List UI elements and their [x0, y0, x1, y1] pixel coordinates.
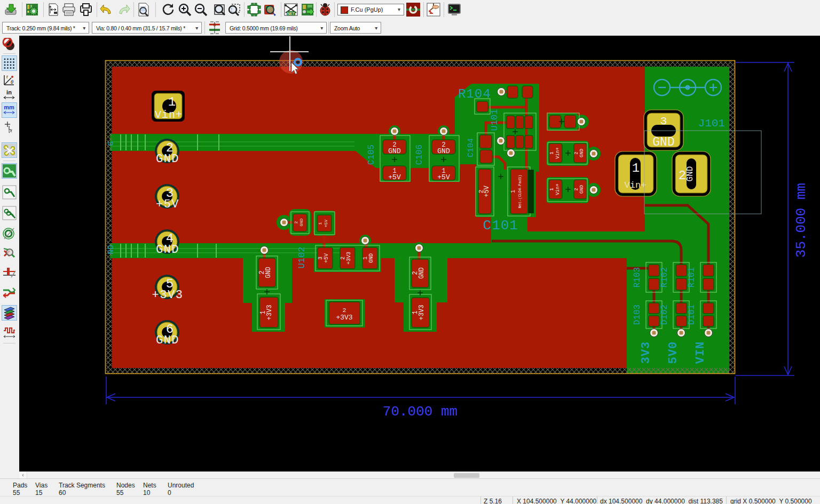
- svg-text:θ: θ: [11, 79, 13, 85]
- svg-text:in: in: [6, 89, 12, 95]
- svg-text:2: 2: [343, 307, 346, 314]
- svg-text:GND: GND: [652, 135, 674, 149]
- svg-text:Vin+: Vin+: [555, 147, 561, 159]
- svg-text:2: 2: [574, 188, 579, 190]
- svg-text:C101: C101: [483, 218, 518, 234]
- svg-text:1: 1: [362, 257, 368, 260]
- svg-text:C105: C105: [367, 145, 376, 165]
- svg-text:+3V3: +3V3: [336, 314, 352, 322]
- svg-text:+5V: +5V: [156, 198, 179, 211]
- svg-text:+5V: +5V: [437, 173, 450, 181]
- svg-text:Vin+: Vin+: [155, 109, 183, 121]
- svg-text:+5V: +5V: [324, 220, 328, 228]
- svg-text:GND: GND: [156, 153, 179, 166]
- svg-text:ND: ND: [107, 245, 116, 254]
- svg-text:C104: C104: [467, 138, 476, 157]
- svg-text:R103: R103: [633, 267, 642, 287]
- svg-text:35.000 mm: 35.000 mm: [793, 183, 809, 258]
- svg-text:D102: D102: [660, 305, 669, 325]
- svg-text:70.000 mm: 70.000 mm: [383, 404, 458, 420]
- svg-text:2: 2: [574, 151, 579, 154]
- svg-text:Net-(CLD4-Pad1): Net-(CLD4-Pad1): [518, 174, 522, 208]
- svg-text:C106: C106: [415, 145, 424, 165]
- svg-text:3: 3: [318, 257, 324, 260]
- svg-text:GND: GND: [299, 219, 304, 227]
- svg-text:+3V3: +3V3: [266, 305, 273, 321]
- svg-text:1: 1: [549, 151, 555, 154]
- svg-text:5V0: 5V0: [667, 341, 680, 364]
- svg-text:+5V: +5V: [324, 253, 329, 263]
- svg-text:U101: U101: [490, 109, 500, 131]
- svg-text:GND: GND: [437, 147, 450, 155]
- svg-text:GND: GND: [388, 147, 401, 155]
- svg-text:1: 1: [168, 95, 176, 109]
- svg-text:GND: GND: [685, 166, 695, 182]
- svg-text:+3V3: +3V3: [346, 252, 352, 265]
- svg-text:1: 1: [318, 222, 322, 225]
- svg-text:+3V3: +3V3: [152, 289, 184, 302]
- svg-text:GND: GND: [265, 267, 272, 278]
- svg-text:GND: GND: [579, 149, 585, 157]
- svg-text:2: 2: [340, 257, 346, 260]
- svg-text:GND: GND: [368, 253, 374, 263]
- svg-text:VIN: VIN: [694, 341, 707, 364]
- svg-text:U102: U102: [297, 247, 307, 269]
- svg-text:3V3: 3V3: [640, 341, 653, 364]
- svg-text:GND: GND: [579, 185, 585, 194]
- svg-text:NET: NET: [287, 12, 295, 15]
- svg-text:GND: GND: [418, 267, 425, 279]
- svg-text:2: 2: [294, 221, 298, 223]
- svg-text:R104: R104: [458, 87, 491, 101]
- svg-text:GND: GND: [156, 243, 179, 257]
- svg-text:J101: J101: [698, 117, 725, 130]
- svg-text:1: 1: [632, 161, 640, 175]
- svg-text:G: G: [107, 141, 116, 146]
- svg-text:R101: R101: [687, 267, 697, 287]
- svg-text:+3V3: +3V3: [418, 305, 425, 321]
- svg-text:r: r: [6, 74, 8, 79]
- svg-text:R102: R102: [660, 267, 669, 287]
- svg-text:Vin+: Vin+: [625, 180, 646, 190]
- svg-text:+5V: +5V: [388, 173, 401, 181]
- svg-text:3: 3: [660, 115, 667, 127]
- svg-text:1: 1: [549, 188, 555, 190]
- svg-text:Vin+: Vin+: [555, 183, 561, 195]
- svg-text:D103: D103: [633, 305, 642, 325]
- svg-text:GND: GND: [156, 334, 179, 347]
- svg-text:1: 1: [510, 190, 516, 193]
- svg-text:D101: D101: [687, 305, 697, 325]
- svg-text:mm: mm: [4, 104, 14, 110]
- svg-text:+5V: +5V: [483, 185, 491, 197]
